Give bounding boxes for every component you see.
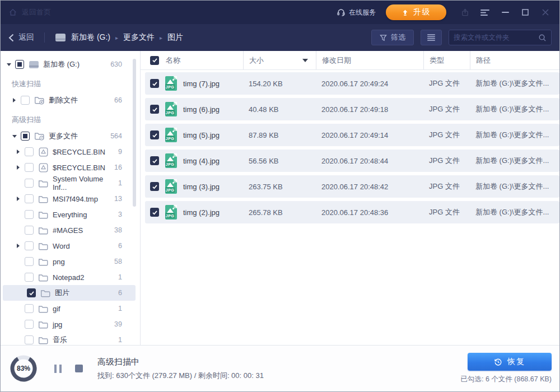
checkbox[interactable] <box>25 320 34 329</box>
checkbox[interactable] <box>25 210 34 219</box>
table-row[interactable]: JPGtimg (2).jpg265.78 KB2020.06.17 20:48… <box>145 201 559 223</box>
maximize-button[interactable] <box>519 6 531 18</box>
breadcrumb-item-drive[interactable]: 新加卷 (G:) <box>71 32 110 43</box>
sidebar-item--[interactable]: 更多文件564 <box>1 128 140 144</box>
sort-dropdown-icon[interactable] <box>302 59 308 62</box>
checkbox[interactable] <box>150 182 159 191</box>
chevron-right-icon[interactable] <box>16 150 21 154</box>
sidebar-item-msi7f494.tmp[interactable]: MSI7f494.tmp13 <box>1 191 140 207</box>
checkbox[interactable] <box>25 335 34 344</box>
sidebar-item-jpg[interactable]: jpg39 <box>1 316 140 332</box>
checkbox[interactable] <box>25 304 34 313</box>
close-button[interactable] <box>539 6 552 18</box>
column-header-date[interactable]: 修改日期 <box>322 55 351 66</box>
table-row[interactable]: JPGtimg (5).jpg87.89 KB2020.06.17 20:49:… <box>145 124 559 146</box>
breadcrumb-item-folder[interactable]: 更多文件 <box>123 32 155 43</box>
sidebar-item-png[interactable]: png58 <box>1 254 140 269</box>
menu-button[interactable] <box>479 6 491 18</box>
view-toggle-button[interactable] <box>421 30 442 45</box>
sidebar-item--[interactable]: 图片6 <box>3 285 136 301</box>
table-row[interactable]: JPGtimg (7).jpg154.20 KB2020.06.17 20:49… <box>145 72 559 95</box>
funnel-icon <box>380 34 387 41</box>
restore-icon <box>494 358 502 366</box>
file-count-badge: 13 <box>114 195 122 203</box>
search-input[interactable] <box>454 34 535 41</box>
home-icon <box>8 8 17 17</box>
back-button[interactable]: 返回 <box>8 32 34 43</box>
search-icon[interactable] <box>538 34 547 42</box>
sidebar-item-system-volume-inf...[interactable]: System Volume Inf...1 <box>1 175 140 191</box>
checkbox[interactable] <box>25 179 34 188</box>
checkbox[interactable] <box>25 273 34 282</box>
table-header: 名称 大小 修改日期 类型 路径 <box>141 51 559 70</box>
chevron-right-icon[interactable] <box>16 244 21 248</box>
sidebar-item-everything[interactable]: Everything3 <box>1 207 140 222</box>
jpg-file-icon: JPG <box>165 205 177 220</box>
checkbox[interactable] <box>150 130 159 139</box>
table-row[interactable]: JPGtimg (4).jpg56.56 KB2020.06.17 20:48:… <box>145 150 559 172</box>
sidebar-item--g-[interactable]: 新加卷 (G:)630 <box>1 57 140 72</box>
sidebar-scrollbar[interactable] <box>133 59 136 207</box>
minimize-button[interactable] <box>499 6 511 18</box>
sidebar-item--[interactable]: 音乐1 <box>1 332 140 345</box>
breadcrumb-item-current[interactable]: 图片 <box>167 32 183 43</box>
sidebar-item-notepad2[interactable]: Notepad21 <box>1 269 140 285</box>
chevron-down-icon[interactable] <box>6 63 11 66</box>
sidebar-item-$recycle.bin[interactable]: $RECYCLE.BIN9 <box>1 144 140 160</box>
sidebar-item-word[interactable]: Word6 <box>1 238 140 254</box>
file-count-badge: 6 <box>118 289 122 297</box>
folder-icon <box>38 258 48 266</box>
chevron-down-icon[interactable] <box>12 135 17 138</box>
upgrade-button[interactable]: 升级 <box>386 4 446 20</box>
table-row[interactable]: JPGtimg (3).jpg263.75 KB2020.06.17 20:48… <box>145 175 559 198</box>
recover-button[interactable]: 恢复 <box>468 353 552 371</box>
checkbox[interactable] <box>150 208 159 217</box>
checkbox[interactable] <box>21 132 30 141</box>
file-count-badge: 1 <box>118 336 122 344</box>
select-all-checkbox[interactable] <box>150 56 159 65</box>
column-header-size[interactable]: 大小 <box>249 55 264 66</box>
sidebar-item--[interactable]: 删除文件66 <box>1 92 140 108</box>
chevron-right-icon[interactable] <box>12 98 17 102</box>
sidebar-item-gif[interactable]: gif1 <box>1 301 140 316</box>
jpg-file-icon: JPG <box>165 76 177 91</box>
checkbox[interactable] <box>25 241 34 250</box>
checkbox[interactable] <box>25 226 34 235</box>
scan-progress-ring: 83% <box>8 353 39 384</box>
checkbox[interactable] <box>25 194 34 203</box>
file-count-badge: 1 <box>118 305 122 312</box>
stop-button[interactable] <box>75 365 83 372</box>
checkbox[interactable] <box>25 163 34 172</box>
back-label: 返回 <box>18 32 34 43</box>
checkbox[interactable] <box>21 96 30 105</box>
filter-button[interactable]: 筛选 <box>371 30 414 45</box>
file-count-badge: 564 <box>110 132 122 140</box>
file-count-badge: 6 <box>118 242 122 250</box>
file-type: JPG 文件 <box>423 156 470 166</box>
column-header-name[interactable]: 名称 <box>166 55 180 66</box>
home-button[interactable]: 返回首页 <box>8 7 51 17</box>
checkbox[interactable] <box>25 257 34 266</box>
online-service-button[interactable]: 在线服务 <box>337 8 376 17</box>
sidebar-item-#mages[interactable]: #MAGES38 <box>1 222 140 238</box>
chevron-right-icon[interactable] <box>16 165 21 170</box>
folder-label: 新加卷 (G:) <box>43 59 80 69</box>
checkbox[interactable] <box>27 288 36 297</box>
share-button[interactable] <box>459 6 471 18</box>
progress-percent: 83% <box>8 353 39 384</box>
chevron-right-icon[interactable] <box>16 197 21 201</box>
checkbox[interactable] <box>150 79 159 88</box>
checkbox[interactable] <box>150 156 159 165</box>
folder-label: png <box>53 258 65 266</box>
folder-delete-icon <box>34 96 45 105</box>
pause-button[interactable] <box>54 365 62 373</box>
column-header-type[interactable]: 类型 <box>430 55 444 66</box>
file-count-badge: 38 <box>114 226 122 234</box>
column-header-path[interactable]: 路径 <box>476 55 491 66</box>
checkbox[interactable] <box>15 60 24 69</box>
sidebar-item-$recycle.bin[interactable]: $RECYCLE.BIN16 <box>1 160 140 175</box>
checkbox[interactable] <box>150 105 159 114</box>
checkbox[interactable] <box>25 147 34 156</box>
table-row[interactable]: JPGtimg (6).jpg40.48 KB2020.06.17 20:49:… <box>145 98 559 120</box>
file-type: JPG 文件 <box>423 104 470 114</box>
